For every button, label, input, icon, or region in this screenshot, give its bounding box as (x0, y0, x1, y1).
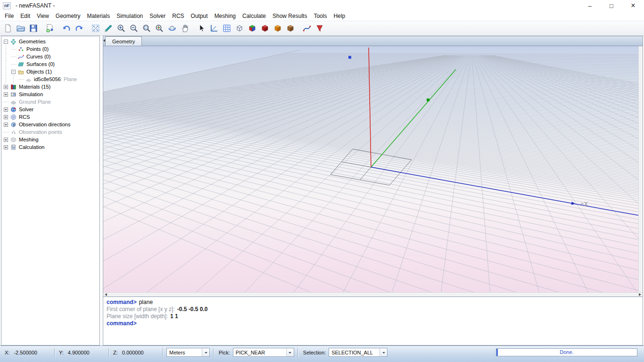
cube-wireframe-button[interactable] (233, 22, 246, 35)
selection-label: Selection: (303, 350, 326, 355)
curve-tool-button[interactable] (300, 22, 313, 35)
tree-item-objects-1[interactable]: -Objects (1) (1, 68, 99, 75)
menu-help[interactable]: Help (330, 12, 348, 20)
tree-item-surfaces-0[interactable]: Surfaces (0) (1, 60, 99, 68)
tree-item-materials-15[interactable]: +Materials (15) (1, 83, 99, 90)
grid-view-button[interactable] (220, 22, 233, 35)
expand-toggle[interactable]: + (4, 123, 8, 127)
expand-toggle[interactable]: + (4, 138, 8, 142)
tree-item-observation-directions[interactable]: +Observation directions (1, 121, 99, 128)
cube-shaded-button[interactable] (246, 22, 258, 35)
tree-item-curves-0[interactable]: Curves (0) (1, 53, 99, 60)
tree-item-calculation[interactable]: +Calculation (1, 143, 99, 151)
tree-guide (4, 60, 11, 68)
redo-button[interactable] (73, 22, 85, 35)
import-model-button[interactable] (43, 22, 56, 35)
units-dropdown[interactable]: Meters (166, 348, 210, 357)
tree-item-meshing[interactable]: +Meshing (1, 136, 99, 143)
menu-meshing[interactable]: Meshing (211, 12, 239, 20)
expand-toggle[interactable]: + (4, 115, 8, 119)
scroll-left-icon[interactable] (105, 293, 107, 296)
menu-output[interactable]: Output (188, 12, 211, 20)
zoom-out-icon (129, 24, 139, 33)
chevron-down-icon[interactable] (286, 348, 294, 356)
tree-item-observation-points[interactable]: Observation points (1, 128, 99, 136)
y-axis-marker (427, 99, 429, 101)
select-cursor-button[interactable] (195, 22, 207, 35)
cube-brown-button[interactable] (284, 22, 297, 35)
zoom-extents-button[interactable] (153, 22, 165, 35)
zoom-in-button[interactable] (115, 22, 127, 35)
menu-view[interactable]: View (33, 12, 52, 20)
tree-item-points-0[interactable]: Points (0) (1, 45, 99, 53)
viewport-vertical-scrollbar[interactable] (638, 46, 643, 292)
tab-geometry-label: Geometry (112, 39, 135, 44)
chevron-down-icon[interactable] (380, 348, 387, 356)
undo-button[interactable] (60, 22, 73, 35)
tree-item-solver[interactable]: +Solver (1, 106, 99, 113)
tree-item-rcs[interactable]: +RCS (1, 113, 99, 121)
menu-calculate[interactable]: Calculate (239, 12, 269, 20)
tree-item-label: Materials (15) (19, 84, 50, 90)
tree-item-simulation[interactable]: +Simulation (1, 90, 99, 98)
menu-edit[interactable]: Edit (17, 12, 33, 20)
maximize-button[interactable]: □ (601, 0, 622, 11)
tree-item-ground-plane[interactable]: Ground Plane (1, 98, 99, 106)
tab-scroll-left-icon[interactable] (103, 39, 105, 42)
selection-mode-dropdown[interactable]: SELECTION_ALL (329, 348, 388, 357)
menu-geometry[interactable]: Geometry (52, 12, 84, 20)
x-axis (371, 167, 638, 215)
zoom-out-button[interactable] (127, 22, 140, 35)
menu-materials[interactable]: Materials (84, 12, 114, 20)
menu-show-results[interactable]: Show Results (269, 12, 310, 20)
console-echo-value: -0.5 -0.5 0.0 (177, 306, 208, 313)
separator (54, 348, 55, 357)
cone-tool-button[interactable] (313, 22, 326, 35)
collapse-toggle[interactable]: - (4, 40, 8, 44)
tree-item-suffix: : Plane (61, 76, 77, 82)
menu-solver[interactable]: Solver (146, 12, 169, 20)
pan-hand-button[interactable] (178, 22, 191, 35)
scroll-right-icon[interactable] (639, 293, 641, 296)
viewport-canvas[interactable]: +X (103, 46, 638, 292)
expand-toggle[interactable]: + (4, 107, 8, 112)
curves-icon (18, 53, 25, 60)
fit-view-button[interactable] (89, 22, 102, 35)
viewport-3d[interactable]: +X (103, 46, 638, 292)
points-icon (18, 46, 25, 52)
meshing-icon (10, 136, 17, 143)
open-folder-button[interactable] (14, 22, 27, 35)
menu-rcs[interactable]: RCS (169, 12, 187, 20)
expand-toggle[interactable]: + (4, 85, 8, 89)
save-button[interactable] (27, 22, 40, 35)
command-console[interactable]: command>planeFirst corner of plane [x y … (103, 296, 643, 345)
zoom-window-button[interactable] (140, 22, 153, 35)
menu-simulation[interactable]: Simulation (113, 12, 146, 20)
orbit-view-button[interactable] (165, 22, 178, 35)
menu-b: FileEditViewGeometryMaterialsSimulationS… (0, 11, 644, 21)
cube-orange-button[interactable] (271, 22, 284, 35)
menu-tools[interactable]: Tools (310, 12, 330, 20)
viewport-horizontal-scrollbar[interactable] (103, 292, 643, 296)
ortho-lines-button[interactable] (207, 22, 220, 35)
expand-toggle[interactable]: + (4, 92, 8, 97)
tree-guide (4, 68, 11, 75)
chevron-down-icon[interactable] (202, 348, 209, 356)
expand-toggle[interactable]: + (4, 145, 8, 149)
tab-strip: Geometry (103, 36, 643, 46)
pick-mode-dropdown[interactable]: PICK_NEAR (233, 348, 294, 357)
console-echo-value: 1 1 (170, 313, 178, 320)
minimize-button[interactable]: – (579, 0, 601, 11)
close-button[interactable]: × (622, 0, 644, 11)
tree-connector (4, 98, 10, 106)
undo-icon (62, 24, 71, 33)
paint-brush-button[interactable] (102, 22, 115, 35)
collapse-toggle[interactable]: - (11, 70, 16, 74)
cube-red-button[interactable] (258, 22, 271, 35)
tree-item-id5c8e5056[interactable]: id5c8e5056 : Plane (1, 75, 99, 83)
menu-file[interactable]: File (1, 12, 17, 20)
tree-item-geometries[interactable]: -Geometries (1, 38, 99, 45)
tab-geometry[interactable]: Geometry (105, 36, 142, 46)
new-file-button[interactable] (1, 22, 14, 35)
workspace-panel: Geometry +X command>planeFirst corner of… (103, 36, 643, 346)
